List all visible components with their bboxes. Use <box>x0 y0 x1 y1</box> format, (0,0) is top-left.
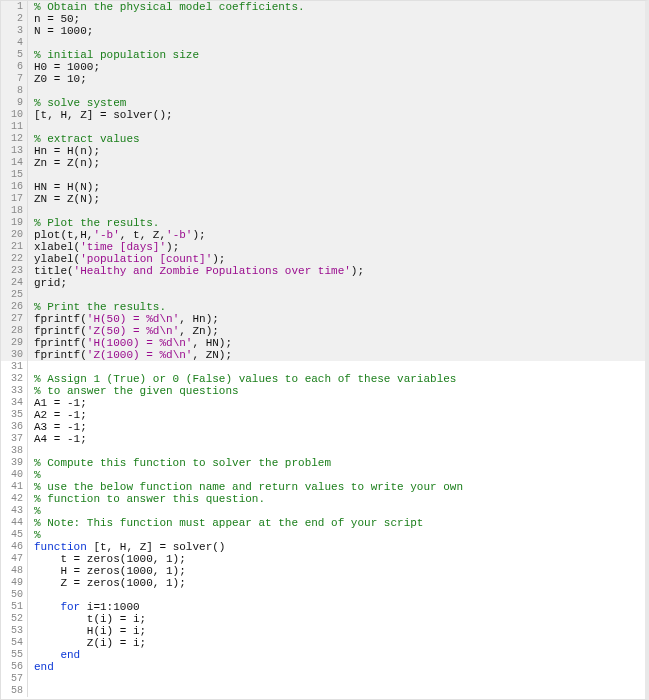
line-content[interactable]: Hn = H(n); <box>28 145 100 157</box>
code-line[interactable]: 47 t = zeros(1000, 1); <box>1 553 645 565</box>
code-line[interactable]: 27fprintf('H(50) = %d\n', Hn); <box>1 313 645 325</box>
code-line[interactable]: 38 <box>1 445 645 457</box>
line-content[interactable]: end <box>28 661 54 673</box>
line-content[interactable]: % to answer the given questions <box>28 385 239 397</box>
code-line[interactable]: 52 t(i) = i; <box>1 613 645 625</box>
line-content[interactable]: % extract values <box>28 133 140 145</box>
line-content[interactable]: % Note: This function must appear at the… <box>28 517 423 529</box>
code-line[interactable]: 4 <box>1 37 645 49</box>
code-line[interactable]: 31 <box>1 361 645 373</box>
code-line[interactable]: 5% initial population size <box>1 49 645 61</box>
line-content[interactable]: % initial population size <box>28 49 199 61</box>
code-line[interactable]: 13Hn = H(n); <box>1 145 645 157</box>
code-line[interactable]: 39% Compute this function to solver the … <box>1 457 645 469</box>
code-line[interactable]: 34A1 = -1; <box>1 397 645 409</box>
code-line[interactable]: 56end <box>1 661 645 673</box>
line-content[interactable]: A3 = -1; <box>28 421 87 433</box>
code-line[interactable]: 42% function to answer this question. <box>1 493 645 505</box>
code-line[interactable]: 55 end <box>1 649 645 661</box>
code-line[interactable]: 29fprintf('H(1000) = %d\n', HN); <box>1 337 645 349</box>
code-line[interactable]: 8 <box>1 85 645 97</box>
code-line[interactable]: 18 <box>1 205 645 217</box>
code-line[interactable]: 37A4 = -1; <box>1 433 645 445</box>
line-content[interactable]: t(i) = i; <box>28 613 146 625</box>
code-line[interactable]: 44% Note: This function must appear at t… <box>1 517 645 529</box>
code-line[interactable]: 43% <box>1 505 645 517</box>
code-line[interactable]: 7Z0 = 10; <box>1 73 645 85</box>
code-line[interactable]: 53 H(i) = i; <box>1 625 645 637</box>
line-content[interactable]: % solve system <box>28 97 126 109</box>
code-line[interactable]: 22ylabel('population [count]'); <box>1 253 645 265</box>
line-content[interactable]: Z(i) = i; <box>28 637 146 649</box>
line-content[interactable]: ZN = Z(N); <box>28 193 100 205</box>
line-content[interactable]: [t, H, Z] = solver(); <box>28 109 173 121</box>
line-content[interactable] <box>28 205 41 217</box>
code-line[interactable]: 17ZN = Z(N); <box>1 193 645 205</box>
line-content[interactable]: fprintf('H(50) = %d\n', Hn); <box>28 313 219 325</box>
line-content[interactable]: % use the below function name and return… <box>28 481 463 493</box>
code-line[interactable]: 51 for i=1:1000 <box>1 601 645 613</box>
code-line[interactable]: 46function [t, H, Z] = solver() <box>1 541 645 553</box>
line-content[interactable]: A4 = -1; <box>28 433 87 445</box>
code-line[interactable]: 24grid; <box>1 277 645 289</box>
line-content[interactable]: % Print the results. <box>28 301 166 313</box>
code-line[interactable]: 35A2 = -1; <box>1 409 645 421</box>
line-content[interactable] <box>28 445 41 457</box>
code-line[interactable]: 48 H = zeros(1000, 1); <box>1 565 645 577</box>
code-line[interactable]: 28fprintf('Z(50) = %d\n', Zn); <box>1 325 645 337</box>
code-editor[interactable]: 1% Obtain the physical model coefficient… <box>0 0 649 700</box>
line-content[interactable] <box>28 85 41 97</box>
line-content[interactable]: title('Healthy and Zombie Populations ov… <box>28 265 364 277</box>
line-content[interactable] <box>28 361 41 373</box>
code-line[interactable]: 10[t, H, Z] = solver(); <box>1 109 645 121</box>
line-content[interactable]: A2 = -1; <box>28 409 87 421</box>
line-content[interactable] <box>28 121 41 133</box>
line-content[interactable]: t = zeros(1000, 1); <box>28 553 186 565</box>
line-content[interactable]: % Compute this function to solver the pr… <box>28 457 331 469</box>
line-content[interactable]: % Obtain the physical model coefficients… <box>28 1 305 13</box>
code-line[interactable]: 1% Obtain the physical model coefficient… <box>1 1 645 13</box>
line-content[interactable]: grid; <box>28 277 67 289</box>
line-content[interactable]: A1 = -1; <box>28 397 87 409</box>
code-line[interactable]: 57 <box>1 673 645 685</box>
line-content[interactable] <box>28 673 41 685</box>
code-line[interactable]: 21xlabel('time [days]'); <box>1 241 645 253</box>
line-content[interactable]: H = zeros(1000, 1); <box>28 565 186 577</box>
line-content[interactable]: n = 50; <box>28 13 80 25</box>
code-line[interactable]: 30fprintf('Z(1000) = %d\n', ZN); <box>1 349 645 361</box>
code-line[interactable]: 32% Assign 1 (True) or 0 (False) values … <box>1 373 645 385</box>
line-content[interactable] <box>28 685 41 697</box>
line-content[interactable]: fprintf('H(1000) = %d\n', HN); <box>28 337 232 349</box>
line-content[interactable]: % <box>28 529 41 541</box>
code-line[interactable]: 19% Plot the results. <box>1 217 645 229</box>
code-line[interactable]: 33% to answer the given questions <box>1 385 645 397</box>
line-content[interactable] <box>28 589 41 601</box>
code-line[interactable]: 26% Print the results. <box>1 301 645 313</box>
line-content[interactable]: % <box>28 469 41 481</box>
line-content[interactable]: fprintf('Z(1000) = %d\n', ZN); <box>28 349 232 361</box>
line-content[interactable]: xlabel('time [days]'); <box>28 241 179 253</box>
line-content[interactable]: Z = zeros(1000, 1); <box>28 577 186 589</box>
line-content[interactable]: % <box>28 505 41 517</box>
code-line[interactable]: 36A3 = -1; <box>1 421 645 433</box>
code-line[interactable]: 9% solve system <box>1 97 645 109</box>
line-content[interactable]: Z0 = 10; <box>28 73 87 85</box>
line-content[interactable]: % function to answer this question. <box>28 493 265 505</box>
code-line[interactable]: 25 <box>1 289 645 301</box>
line-content[interactable]: H(i) = i; <box>28 625 146 637</box>
code-line[interactable]: 49 Z = zeros(1000, 1); <box>1 577 645 589</box>
line-content[interactable]: HN = H(N); <box>28 181 100 193</box>
line-content[interactable]: plot(t,H,'-b', t, Z,'-b'); <box>28 229 206 241</box>
code-line[interactable]: 2n = 50; <box>1 13 645 25</box>
line-content[interactable]: Zn = Z(n); <box>28 157 100 169</box>
code-line[interactable]: 12% extract values <box>1 133 645 145</box>
line-content[interactable]: % Plot the results. <box>28 217 159 229</box>
code-line[interactable]: 58 <box>1 685 645 697</box>
line-content[interactable]: function [t, H, Z] = solver() <box>28 541 225 553</box>
code-line[interactable]: 6H0 = 1000; <box>1 61 645 73</box>
code-line[interactable]: 20plot(t,H,'-b', t, Z,'-b'); <box>1 229 645 241</box>
line-content[interactable]: N = 1000; <box>28 25 93 37</box>
line-content[interactable] <box>28 169 41 181</box>
code-line[interactable]: 16HN = H(N); <box>1 181 645 193</box>
line-content[interactable]: H0 = 1000; <box>28 61 100 73</box>
